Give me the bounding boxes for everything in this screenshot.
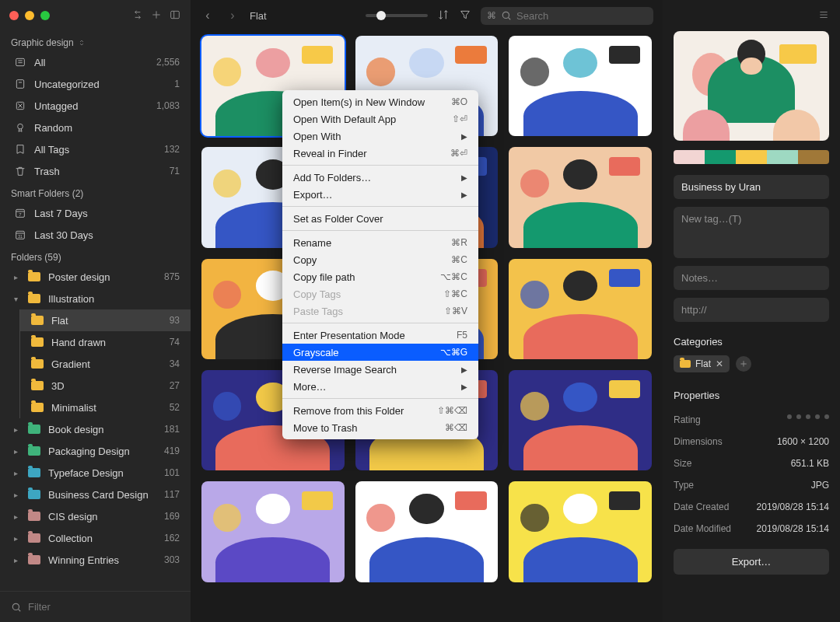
- sidebar-folder-poster-design[interactable]: ▸Poster design875: [0, 266, 191, 288]
- folders-header: Folders (59): [0, 246, 191, 266]
- disclosure-icon[interactable]: ▾: [11, 295, 20, 303]
- sidebar-folder-minimalist[interactable]: Minimalist52: [20, 397, 191, 418]
- add-category-button[interactable]: ＋: [736, 356, 751, 372]
- filter-options-icon[interactable]: [459, 9, 471, 23]
- preview-thumbnail[interactable]: [674, 31, 829, 141]
- swatch[interactable]: [674, 150, 705, 164]
- sidebar-smart-last-7-days[interactable]: 7Last 7 Days: [0, 202, 191, 224]
- sidebar-folder-illustration[interactable]: ▾Illustration: [0, 288, 191, 309]
- sidebar-folder-business-card-design[interactable]: ▸Business Card Design117: [0, 484, 191, 505]
- ctx-copy-file-path[interactable]: Copy file path⌥⌘C: [282, 268, 478, 285]
- sidebar-folder-hand-drawn[interactable]: Hand drawn74: [20, 331, 191, 353]
- nav-back-button[interactable]: ‹: [200, 9, 215, 23]
- ctx-open-with-default-app[interactable]: Open With Default App⇧⏎: [282, 110, 478, 128]
- chevron-right-icon: ▶: [461, 132, 467, 141]
- minimize-window-button[interactable]: [25, 11, 34, 20]
- close-window-button[interactable]: [9, 11, 19, 20]
- thumbnail[interactable]: [509, 36, 652, 136]
- search-box[interactable]: ⌘: [481, 7, 653, 25]
- ctx-move-to-trash[interactable]: Move to Trash⌘⌫: [282, 419, 478, 436]
- disclosure-icon[interactable]: ▸: [11, 447, 20, 456]
- disclosure-icon[interactable]: ▸: [11, 425, 20, 434]
- maximize-window-button[interactable]: [40, 11, 50, 20]
- sidebar-folder-flat[interactable]: Flat93: [20, 309, 191, 331]
- disclosure-icon[interactable]: ▸: [11, 469, 20, 477]
- thumbnail[interactable]: [509, 259, 652, 359]
- ctx-open-with[interactable]: Open With▶: [282, 128, 478, 145]
- sidebar-item-all-tags[interactable]: All Tags132: [0, 138, 191, 160]
- folder-icon: [28, 446, 40, 456]
- thumbnail[interactable]: [509, 147, 652, 247]
- swatch[interactable]: [767, 150, 798, 164]
- ctx-set-as-folder-cover[interactable]: Set as Folder Cover: [282, 210, 478, 227]
- filter-icon: [11, 602, 22, 613]
- disclosure-icon[interactable]: ▸: [11, 273, 20, 281]
- disclosure-icon[interactable]: ▸: [11, 512, 20, 521]
- sidebar-folder-cis-design[interactable]: ▸CIS design169: [0, 505, 191, 527]
- sidebar-folder-collection[interactable]: ▸Collection162: [0, 527, 191, 549]
- thumbnail[interactable]: [509, 481, 652, 582]
- switch-library-icon[interactable]: [131, 9, 144, 23]
- swatch[interactable]: [736, 150, 767, 164]
- disclosure-icon[interactable]: ▸: [11, 534, 20, 543]
- swatch[interactable]: [798, 150, 829, 164]
- disclosure-icon[interactable]: ▸: [11, 491, 20, 499]
- folder-icon: [31, 359, 44, 369]
- thumbnail[interactable]: [201, 481, 345, 582]
- folder-icon: [28, 425, 40, 434]
- ctx-reverse-image-search[interactable]: Reverse Image Search▶: [282, 361, 478, 378]
- sort-icon[interactable]: [437, 9, 450, 23]
- swatch[interactable]: [705, 150, 736, 164]
- sidebar-filter-input[interactable]: [28, 601, 180, 613]
- ctx-export[interactable]: Export…▶: [282, 186, 478, 203]
- properties-title: Properties: [674, 390, 829, 401]
- title-field[interactable]: Business by Uran: [674, 175, 829, 199]
- ctx-reveal-in-finder[interactable]: Reveal in Finder⌘⏎: [282, 145, 478, 162]
- sidebar-sysicon: [14, 143, 26, 156]
- sidebar-item-trash[interactable]: Trash71: [0, 160, 191, 182]
- ctx-rename[interactable]: Rename⌘R: [282, 234, 478, 251]
- color-swatches[interactable]: [674, 150, 829, 164]
- ctx-open-item-s-in-new-window[interactable]: Open Item(s) in New Window⌘O: [282, 93, 478, 110]
- sidebar-folder-gradient[interactable]: Gradient34: [20, 353, 191, 375]
- ctx-copy[interactable]: Copy⌘C: [282, 251, 478, 268]
- ctx-more[interactable]: More…▶: [282, 378, 478, 395]
- sidebar-item-random[interactable]: Random: [0, 117, 191, 138]
- breadcrumb: Flat: [250, 10, 267, 22]
- remove-chip-icon[interactable]: ✕: [716, 358, 723, 369]
- ctx-remove-from-this-folder[interactable]: Remove from this Folder⇧⌘⌫: [282, 402, 478, 419]
- rating-control[interactable]: [787, 414, 829, 425]
- folder-icon: [31, 337, 44, 347]
- notes-field[interactable]: Notes…: [674, 266, 829, 290]
- svg-point-4: [18, 124, 23, 129]
- toggle-sidebar-icon[interactable]: [169, 9, 181, 23]
- ctx-grayscale[interactable]: Grayscale⌥⌘G: [282, 344, 478, 361]
- thumbnail[interactable]: [509, 370, 652, 470]
- add-icon[interactable]: [150, 9, 163, 23]
- category-chip[interactable]: Flat ✕: [674, 355, 730, 372]
- disclosure-icon[interactable]: ▸: [11, 556, 20, 564]
- panel-menu-icon[interactable]: [818, 9, 829, 23]
- chevron-right-icon: ▶: [461, 383, 467, 391]
- search-input[interactable]: [516, 10, 647, 22]
- thumbnail[interactable]: [355, 481, 499, 582]
- ctx-copy-tags: Copy Tags⇧⌘C: [282, 285, 478, 302]
- nav-forward-button[interactable]: ›: [225, 9, 240, 23]
- sidebar-folder-book-design[interactable]: ▸Book design181: [0, 418, 191, 440]
- sidebar-folder-3d[interactable]: 3D27: [20, 375, 191, 397]
- sidebar-sysicon: [14, 100, 26, 112]
- sidebar-smart-last-30-days[interactable]: 31Last 30 Days: [0, 224, 191, 246]
- sidebar-item-untagged[interactable]: Untagged1,083: [0, 95, 191, 117]
- sidebar-folder-typeface-design[interactable]: ▸Typeface Design101: [0, 462, 191, 484]
- library-header[interactable]: Graphic design: [0, 31, 191, 51]
- thumbnail-size-slider[interactable]: [366, 14, 428, 17]
- sidebar-item-uncategorized[interactable]: Uncategorized1: [0, 73, 191, 95]
- ctx-enter-presentation-mode[interactable]: Enter Presentation ModeF5: [282, 327, 478, 344]
- url-field[interactable]: http://: [674, 298, 829, 322]
- sidebar-folder-winning-entries[interactable]: ▸Winning Entries303: [0, 549, 191, 571]
- sidebar-folder-packaging-design[interactable]: ▸Packaging Design419: [0, 440, 191, 462]
- sidebar-item-all[interactable]: All2,556: [0, 51, 191, 73]
- export-button[interactable]: Export…: [674, 549, 829, 575]
- ctx-add-to-folders[interactable]: Add To Folders…▶: [282, 169, 478, 186]
- tags-field[interactable]: New tag…(T): [674, 207, 829, 258]
